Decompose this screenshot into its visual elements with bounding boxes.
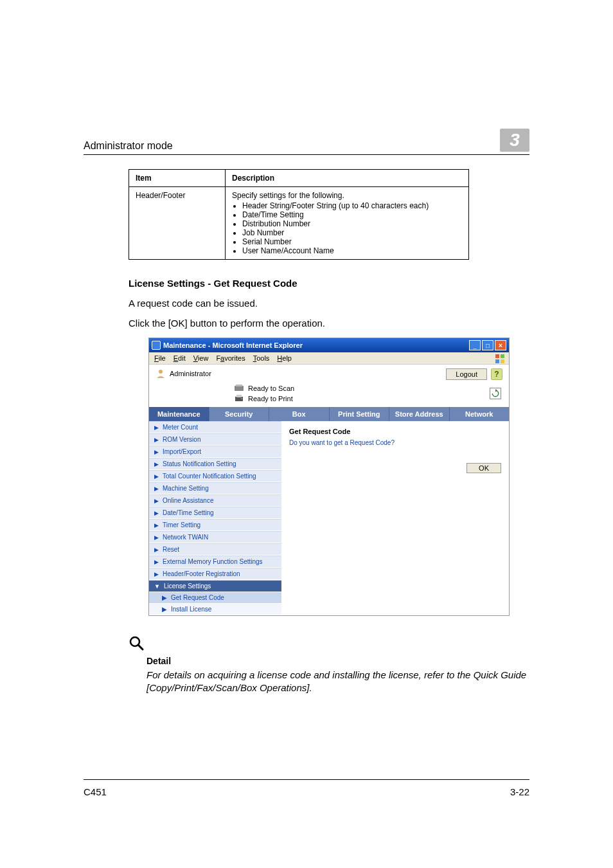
- content-panel-text: Do you want to get a Request Code?: [289, 439, 501, 446]
- sidebar-item-total-counter-notification[interactable]: ▶Total Counter Notification Setting: [149, 470, 281, 482]
- tab-print-setting[interactable]: Print Setting: [330, 407, 390, 421]
- section-heading: License Settings - Get Request Code: [129, 278, 529, 289]
- svg-rect-2: [495, 359, 499, 363]
- sidebar-item-timer-setting[interactable]: ▶Timer Setting: [149, 519, 281, 531]
- sidebar-item-license-settings[interactable]: ▼License Settings: [149, 580, 281, 592]
- ok-button[interactable]: OK: [466, 463, 501, 473]
- th-description: Description: [226, 170, 469, 187]
- sidebar-item-import-export[interactable]: ▶Import/Export: [149, 446, 281, 458]
- svg-line-11: [138, 645, 143, 649]
- triangle-icon: ▶: [154, 559, 159, 565]
- sidebar-sub-get-request-code[interactable]: ▶Get Request Code: [149, 592, 281, 604]
- menu-file[interactable]: File: [154, 354, 166, 362]
- triangle-icon: ▶: [154, 522, 159, 529]
- desc-intro: Specify settings for the following.: [232, 191, 344, 200]
- app-header: Administrator Logout ?: [149, 365, 509, 383]
- sidebar-item-label: ROM Version: [163, 436, 200, 443]
- desc-bullet: Date/Time Setting: [242, 210, 462, 219]
- sidebar-item-label: Header/Footer Registration: [163, 570, 240, 577]
- status-scan: Ready to Scan: [248, 384, 294, 392]
- triangle-icon: ▶: [154, 461, 159, 467]
- svg-rect-3: [501, 359, 504, 363]
- tab-maintenance[interactable]: Maintenance: [149, 407, 209, 421]
- sidebar-sub-install-license[interactable]: ▶Install License: [149, 604, 281, 615]
- svg-rect-1: [501, 354, 504, 358]
- printer-icon: [234, 394, 244, 403]
- sidebar-item-rom-version[interactable]: ▶ROM Version: [149, 433, 281, 446]
- desc-bullet: Header String/Footer String (up to 40 ch…: [242, 201, 462, 210]
- triangle-icon: ▶: [154, 534, 159, 541]
- tab-security[interactable]: Security: [209, 407, 270, 421]
- sidebar-item-machine-setting[interactable]: ▶Machine Setting: [149, 482, 281, 494]
- svg-point-4: [159, 370, 163, 374]
- page-footer: C451 3-22: [84, 779, 529, 797]
- chapter-number-badge: 3: [500, 129, 529, 152]
- sidebar-item-label: Timer Setting: [163, 521, 200, 529]
- sidebar-item-online-assistance[interactable]: ▶Online Assistance: [149, 494, 281, 507]
- triangle-icon: ▶: [154, 437, 159, 443]
- tab-box[interactable]: Box: [269, 407, 330, 421]
- content-panel: Get Request Code Do you want to get a Re…: [281, 421, 509, 615]
- sidebar-item-label: External Memory Function Settings: [163, 558, 263, 565]
- footer-model: C451: [84, 786, 107, 797]
- refresh-icon[interactable]: [490, 388, 501, 399]
- tab-store-address[interactable]: Store Address: [389, 407, 450, 421]
- sidebar-item-label: License Settings: [164, 583, 211, 590]
- minimize-button[interactable]: _: [469, 340, 481, 350]
- ie-icon: [152, 341, 161, 350]
- maximize-button[interactable]: □: [482, 340, 493, 350]
- triangle-icon: ▶: [154, 424, 159, 431]
- note-heading: Detail: [129, 656, 529, 666]
- content-panel-title: Get Request Code: [289, 428, 501, 435]
- triangle-icon: ▶: [154, 498, 159, 504]
- sidebar-item-label: Status Notification Setting: [163, 460, 236, 467]
- sidebar-item-label: Online Assistance: [163, 497, 214, 504]
- body-paragraph: Click the [OK] button to perform the ope…: [129, 318, 529, 329]
- menu-help[interactable]: Help: [277, 354, 292, 362]
- tab-network[interactable]: Network: [450, 407, 510, 421]
- desc-bullet: User Name/Account Name: [242, 246, 462, 255]
- menu-bar: File Edit View Favorites Tools Help: [149, 352, 509, 365]
- sidebar-item-meter-count[interactable]: ▶Meter Count: [149, 421, 281, 433]
- th-item: Item: [129, 170, 226, 187]
- triangle-icon: ▶: [154, 547, 159, 553]
- body-paragraph: A request code can be issued.: [129, 298, 529, 309]
- svg-rect-8: [236, 395, 242, 397]
- sidebar-item-label: Reset: [163, 546, 179, 553]
- sidebar-item-label: Network TWAIN: [163, 534, 208, 541]
- desc-bullet: Distribution Number: [242, 219, 462, 228]
- triangle-down-icon: ▼: [154, 583, 160, 590]
- sidebar-item-external-memory-function[interactable]: ▶External Memory Function Settings: [149, 556, 281, 568]
- triangle-icon: ▶: [162, 594, 167, 601]
- sidebar-item-datetime-setting[interactable]: ▶Date/Time Setting: [149, 507, 281, 519]
- sidebar-item-status-notification[interactable]: ▶Status Notification Setting: [149, 458, 281, 470]
- td-description: Specify settings for the following. Head…: [226, 187, 469, 260]
- administrator-icon: [155, 368, 166, 379]
- window-titlebar[interactable]: Maintenance - Microsoft Internet Explore…: [149, 338, 509, 352]
- desc-bullet: Job Number: [242, 228, 462, 237]
- close-button[interactable]: ×: [495, 340, 506, 350]
- td-item: Header/Footer: [129, 187, 226, 260]
- magnifier-icon: [129, 635, 529, 655]
- page-header: Administrator mode 3: [84, 129, 529, 155]
- menu-edit[interactable]: Edit: [173, 354, 186, 362]
- logout-button[interactable]: Logout: [446, 368, 487, 380]
- help-icon[interactable]: ?: [491, 368, 502, 380]
- sidebar-item-label: Date/Time Setting: [163, 509, 214, 516]
- settings-table: Item Description Header/Footer Specify s…: [129, 169, 469, 260]
- sidebar-item-network-twain[interactable]: ▶Network TWAIN: [149, 531, 281, 543]
- menu-tools[interactable]: Tools: [253, 354, 270, 362]
- sidebar-item-header-footer-registration[interactable]: ▶Header/Footer Registration: [149, 568, 281, 580]
- triangle-icon: ▶: [154, 571, 159, 577]
- note-text: For details on acquiring a license code …: [129, 669, 529, 695]
- menu-view[interactable]: View: [193, 354, 209, 362]
- triangle-icon: ▶: [154, 485, 159, 492]
- svg-point-9: [241, 398, 242, 399]
- sidebar-item-label: Machine Setting: [163, 485, 209, 492]
- page-header-title: Administrator mode: [84, 140, 173, 152]
- svg-rect-6: [236, 384, 242, 386]
- sidebar-item-reset[interactable]: ▶Reset: [149, 543, 281, 556]
- menu-favorites[interactable]: Favorites: [216, 354, 245, 362]
- windows-flag-icon: [495, 354, 505, 364]
- sidebar-item-label: Total Counter Notification Setting: [163, 473, 256, 480]
